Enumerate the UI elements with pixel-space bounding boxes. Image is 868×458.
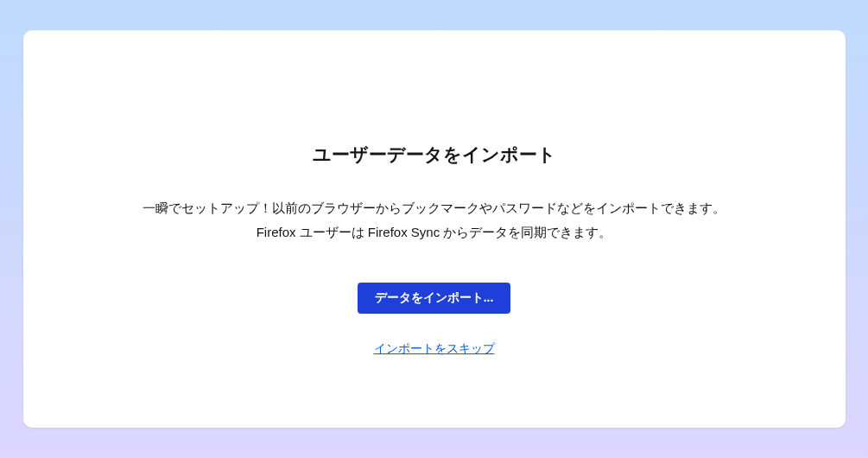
import-dialog-card: ユーザーデータをインポート 一瞬でセットアップ！以前のブラウザーからブックマーク… [23,30,846,428]
description-line-2: Firefox ユーザーは Firefox Sync からデータを同期できます。 [143,220,725,245]
import-data-button[interactable]: データをインポート... [358,283,511,314]
dialog-description: 一瞬でセットアップ！以前のブラウザーからブックマークやパスワードなどをインポート… [143,196,725,245]
dialog-heading: ユーザーデータをインポート [313,143,556,167]
skip-import-link[interactable]: インポートをスキップ [374,341,495,357]
description-line-1: 一瞬でセットアップ！以前のブラウザーからブックマークやパスワードなどをインポート… [143,196,725,220]
